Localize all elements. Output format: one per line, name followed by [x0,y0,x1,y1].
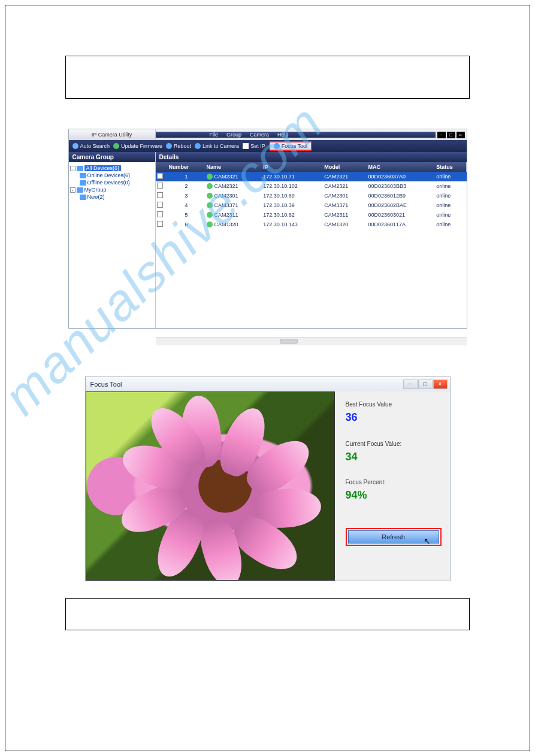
camera-icon [207,183,213,189]
col-status[interactable]: Status [435,162,466,172]
best-focus-label: Best Focus Value [346,401,442,408]
device-table: Number Name IP Model MAC Status 1CAM2321… [156,162,467,229]
camera-preview-image [86,391,335,581]
minimize-button[interactable]: − [403,379,418,389]
folder-icon [80,195,86,200]
window-title: IP Camera Utility [69,129,156,140]
maximize-button[interactable]: □ [418,379,433,389]
row-checkbox[interactable] [157,183,163,189]
camera-icon [207,221,213,227]
set-ip-button[interactable]: Set IP [243,143,265,149]
caption-box-top [65,56,470,99]
focus-tool-window: Focus Tool − □ × Best Focus Value [85,377,451,581]
col-name[interactable]: Name [205,162,262,172]
row-checkbox[interactable] [157,173,163,179]
refresh-highlight: Refresh ↖ [346,528,442,546]
window-buttons: − □ × [436,132,467,138]
menu-camera[interactable]: Camera [250,132,269,138]
setip-icon [243,143,249,149]
tree-offline[interactable]: Offline Devices(0) [70,179,154,186]
scrollbar-thumb[interactable] [280,339,298,344]
row-checkbox[interactable] [157,202,163,208]
details-panel: Details Number Name IP Model MAC Status [156,152,467,328]
focus-percent-label: Focus Percent: [346,479,442,485]
maximize-button[interactable]: □ [447,132,455,138]
toolbar: Auto Search Update Firmware Reboot Link … [69,140,467,152]
link-icon [195,143,201,149]
update-icon [113,143,119,149]
collapse-icon[interactable]: - [70,166,75,171]
row-checkbox[interactable] [157,192,163,198]
horizontal-scrollbar[interactable] [156,337,467,345]
table-row[interactable]: 3CAM2301172.30.10.69CAM230100D0236012B9o… [156,191,467,201]
col-model[interactable]: Model [323,162,367,172]
table-row[interactable]: 4CAM3371172.30.10.39CAM337100D023602BAEo… [156,201,467,210]
best-focus-value: 36 [346,411,442,424]
auto-search-button[interactable]: Auto Search [72,143,110,149]
link-to-camera-button[interactable]: Link to Camera [195,143,239,149]
camera-icon [207,193,213,199]
reboot-icon [166,143,172,149]
col-ip[interactable]: IP [262,162,323,172]
camera-group-panel: Camera Group -All Devices(6) Online Devi… [69,152,156,328]
menu-group[interactable]: Group [226,132,241,138]
tree-mygroup[interactable]: -MyGroup [70,186,154,193]
focus-percent-value: 94% [346,489,442,502]
camera-icon [207,212,213,218]
menubar: File Group Camera Help [156,132,436,138]
details-header: Details [156,152,467,162]
collapse-icon[interactable]: - [70,187,75,193]
focus-titlebar: Focus Tool − □ × [86,377,450,391]
camera-icon [207,202,213,208]
close-button[interactable]: × [457,132,465,138]
cursor-icon: ↖ [424,536,431,546]
folder-icon [80,180,86,186]
current-focus-label: Current Focus Value: [346,441,442,447]
search-icon [72,143,78,149]
close-button[interactable]: × [433,379,448,389]
col-mac[interactable]: MAC [367,162,435,172]
focus-window-title: Focus Tool [88,381,122,388]
minimize-button[interactable]: − [437,132,446,138]
tree-root[interactable]: -All Devices(6) [70,165,154,172]
row-checkbox[interactable] [157,221,163,227]
focus-tool-button[interactable]: Focus Tool [269,141,312,151]
folder-icon [77,166,83,171]
camera-icon [207,174,213,180]
tree-new2[interactable]: New(2) [70,193,154,201]
menu-file[interactable]: File [210,132,219,138]
caption-box-bottom [65,598,470,630]
table-row[interactable]: 6CAM1320172.30.10.143CAM132000D02360117A… [156,220,467,229]
reboot-button[interactable]: Reboot [166,143,191,149]
update-firmware-button[interactable]: Update Firmware [113,143,162,149]
folder-icon [77,187,83,193]
camera-group-header: Camera Group [69,152,155,162]
device-tree: -All Devices(6) Online Devices(6) Offlin… [69,162,155,203]
col-number[interactable]: Number [168,162,205,172]
table-row[interactable]: 1CAM2321172.30.10.71CAM232100D0236037A0o… [156,172,467,181]
ip-camera-utility-window: IP Camera Utility File Group Camera Help… [68,129,467,329]
titlebar: IP Camera Utility File Group Camera Help… [69,129,467,140]
folder-icon [80,173,86,178]
focus-info-panel: Best Focus Value 36 Current Focus Value:… [335,391,450,581]
row-checkbox[interactable] [157,211,163,217]
current-focus-value: 34 [346,451,442,463]
menu-help[interactable]: Help [277,132,289,138]
table-row[interactable]: 2CAM2321172.30.10.102CAM232100D023603BB3… [156,181,467,191]
tree-online[interactable]: Online Devices(6) [70,172,154,179]
table-row[interactable]: 5CAM2311172.30.10.62CAM231100D023603021o… [156,210,467,220]
focus-icon [274,143,280,149]
